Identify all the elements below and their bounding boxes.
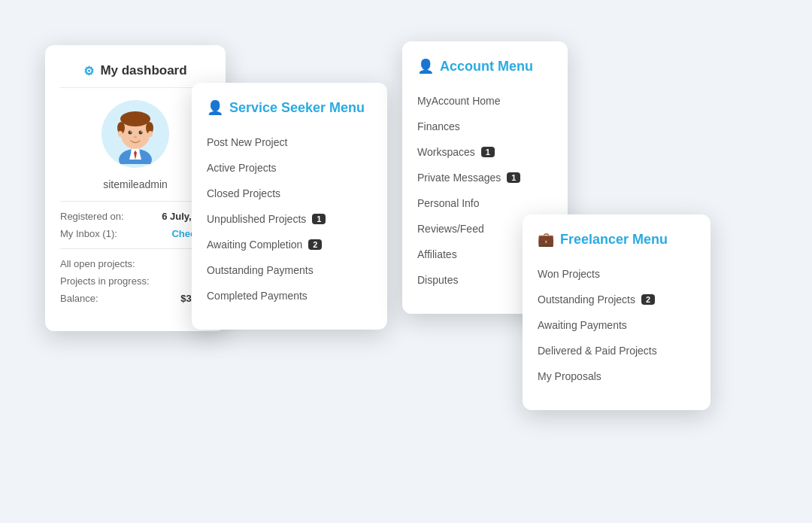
menu-item-label: Outstanding Projects [538,293,635,306]
account-menu-title: 👤 Account Menu [417,58,553,74]
menu-item-label: Finances [417,120,460,132]
freelancer-menu-title: 💼 Freelancer Menu [538,231,695,248]
svg-point-14 [118,131,123,137]
menu-item-label: My Proposals [538,370,601,382]
svg-point-13 [134,136,137,138]
avatar [60,100,211,168]
svg-point-10 [139,131,143,135]
gear-icon: ⚙ [83,64,94,78]
menu-item[interactable]: Unpublished Projects1 [207,206,372,232]
menu-item-label: MyAccount Home [417,95,500,107]
menu-item-label: Active Projects [207,162,277,174]
menu-item-label: Won Projects [538,268,600,280]
dashboard-title: ⚙ My dashboard [60,63,211,78]
menu-item[interactable]: Completed Payments [207,283,372,309]
menu-item-badge: 2 [308,239,322,250]
menu-item-label: Reviews/Feed [417,223,484,235]
menu-item[interactable]: My Proposals [538,363,695,389]
svg-point-12 [141,131,142,132]
service-seeker-menu-card: 👤 Service Seeker Menu Post New ProjectAc… [192,83,387,330]
menu-item-label: Outstanding Payments [207,264,314,276]
menu-item-badge: 2 [641,294,655,305]
svg-point-15 [148,131,153,137]
menu-item[interactable]: Post New Project [207,129,372,155]
service-seeker-menu-list: Post New ProjectActive ProjectsClosed Pr… [207,129,372,309]
username: sitemileadmin [60,178,211,190]
menu-item-badge: 1 [481,147,495,157]
in-progress-row: Projects in progress: 2 [60,275,211,287]
menu-item[interactable]: Outstanding Payments [207,257,372,283]
registered-row: Registered on: 6 July, 201 [60,211,211,222]
freelancer-menu-list: Won ProjectsOutstanding Projects2Awaitin… [538,261,695,389]
menu-item-label: Private Messages [417,172,501,184]
menu-item[interactable]: Active Projects [207,155,372,181]
freelancer-menu-card: 💼 Freelancer Menu Won ProjectsOutstandin… [523,214,710,410]
menu-item[interactable]: Awaiting Completion2 [207,232,372,257]
menu-item[interactable]: Won Projects [538,261,695,287]
menu-item-badge: 1 [312,214,326,224]
menu-item[interactable]: Personal Info [417,190,553,216]
menu-item[interactable]: Delivered & Paid Projects [538,338,695,363]
person-icon: 👤 [207,99,223,116]
menu-item[interactable]: Awaiting Payments [538,312,695,338]
menu-item[interactable]: Workspaces1 [417,139,553,165]
menu-item[interactable]: Outstanding Projects2 [538,287,695,312]
menu-item-label: Workspaces [417,146,475,158]
svg-point-6 [120,111,150,126]
menu-item-label: Closed Projects [207,187,280,199]
menu-item-label: Disputes [417,274,458,286]
inbox-row: My Inbox (1): Check A [60,228,211,239]
balance-row: Balance: $35.98 [60,293,211,304]
service-seeker-menu-title: 👤 Service Seeker Menu [207,99,372,116]
menu-item[interactable]: Private Messages1 [417,165,553,190]
person-icon-2: 👤 [417,58,434,74]
menu-item-label: Affiliates [417,248,457,260]
open-projects-row: All open projects: 3 [60,258,211,269]
menu-item[interactable]: Finances [417,114,553,139]
menu-item-badge: 1 [507,172,520,183]
menu-item-label: Unpublished Projects [207,213,306,225]
menu-item-label: Personal Info [417,197,480,209]
menu-item-label: Delivered & Paid Projects [538,345,657,357]
menu-item-label: Awaiting Payments [538,319,627,331]
briefcase-icon: 💼 [538,231,554,248]
svg-point-9 [129,131,132,135]
menu-item[interactable]: Closed Projects [207,181,372,206]
menu-item-label: Post New Project [207,136,287,148]
menu-item-label: Completed Payments [207,290,308,302]
menu-item[interactable]: MyAccount Home [417,88,553,114]
svg-point-11 [130,131,132,132]
menu-item-label: Awaiting Completion [207,239,302,251]
